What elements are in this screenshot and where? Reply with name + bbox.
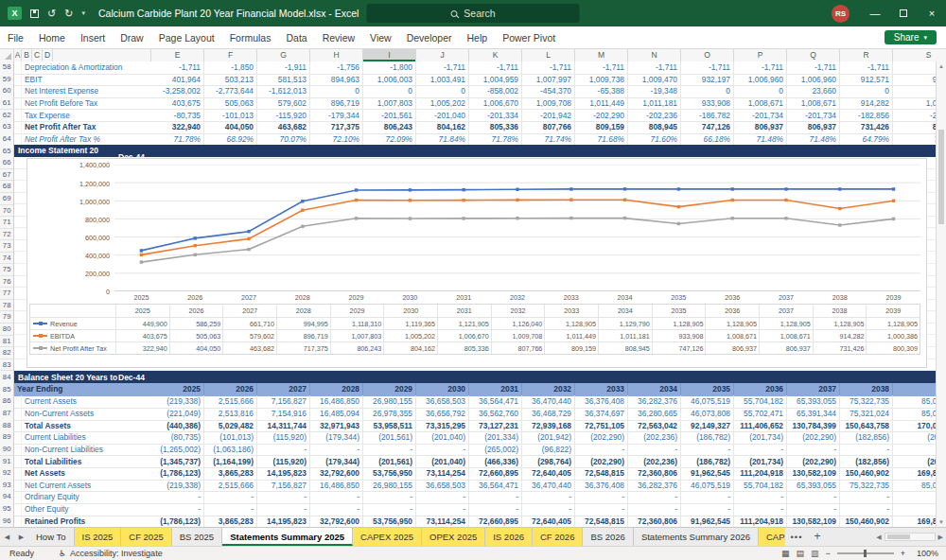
cell[interactable]: (201,334) [469,431,522,445]
cell[interactable]: 0 [310,85,363,98]
cell[interactable]: 75,321,024 [840,408,893,421]
row-header-89[interactable]: 89 [0,431,14,445]
cell[interactable]: -65,388 [575,85,628,98]
cell[interactable]: -1,850 [204,61,257,75]
hscroll-left-icon[interactable]: ◀ [876,534,881,541]
cell[interactable]: 747,126 [681,121,734,134]
cell[interactable]: - [628,444,681,457]
cell[interactable]: 73,315,295 [416,420,469,433]
cell[interactable]: (219,338) [151,395,204,409]
row-header-67[interactable]: 67 [0,169,13,182]
cell[interactable]: 36,282,376 [628,395,681,409]
cell[interactable]: 1,006,960 [787,74,840,87]
cell[interactable]: (115,920) [257,431,310,445]
sheet-tab-cf-2025[interactable]: CF 2025 [121,528,171,546]
cell[interactable]: 92,149,327 [681,420,734,433]
cell[interactable]: 0 [416,85,469,98]
cell[interactable]: (202,236) [628,456,681,469]
cell[interactable]: 1,006,670 [469,97,522,111]
cell[interactable]: - [310,503,363,516]
column-header-p[interactable]: P [734,49,787,61]
cell[interactable]: -1,711 [522,61,575,75]
cell[interactable]: (440,386) [151,420,204,433]
row-header-71[interactable]: 71 [0,217,13,229]
row-header-81[interactable]: 81 [0,336,13,348]
sheet-tab-is-2026[interactable]: IS 2026 [485,528,533,546]
cell[interactable]: -1,800 [363,61,416,75]
cell[interactable]: - [840,444,893,457]
row-header-80[interactable]: 80 [0,324,13,336]
cell[interactable]: - [416,491,469,504]
column-header-r[interactable]: R [840,49,893,61]
cell[interactable]: 14,195,823 [257,467,310,481]
cell[interactable]: 1,011,449 [575,97,628,111]
cell[interactable]: - [681,503,734,516]
cell[interactable]: 16,485,094 [310,408,363,421]
cell[interactable]: 16,486,850 [310,480,363,493]
cell[interactable]: -2,773,644 [204,85,257,98]
zoom-in-icon[interactable]: + [901,549,905,558]
cell[interactable]: - [416,444,469,457]
cell[interactable]: (219,338) [151,480,204,493]
ribbon-tab-data[interactable]: Data [278,26,314,49]
cell[interactable]: -101,013 [204,110,257,123]
cell[interactable]: 36,470,440 [522,480,575,493]
cell[interactable]: 1,006,960 [734,74,787,87]
cell[interactable]: 36,656,792 [416,408,469,421]
cell[interactable]: 150,460,902 [840,516,893,527]
cell[interactable]: 804,162 [416,121,469,134]
cell[interactable]: 73,127,231 [469,420,522,433]
sheet-tab-capex-2025[interactable]: CAPEX 2025 [353,528,422,546]
cell[interactable]: 809,159 [575,121,628,134]
ribbon-tab-insert[interactable]: Insert [73,26,113,49]
cell[interactable]: 64.79% [840,133,893,147]
redo-icon[interactable]: ↻ [64,9,73,19]
cell[interactable]: (1,345,737) [151,456,204,469]
cell[interactable]: 1,008,671 [787,97,840,111]
cell[interactable]: 72,640,405 [522,516,575,527]
cell[interactable]: -1,612,013 [257,85,310,98]
cell[interactable]: (1,265,002) [151,444,204,457]
cell[interactable]: 894,963 [310,74,363,87]
cell[interactable]: (202,290) [787,431,840,445]
cell[interactable]: 403,675 [151,97,204,111]
column-header-q[interactable]: Q [787,49,840,61]
cell[interactable]: (202,236) [628,431,681,445]
cell[interactable]: (1,786,123) [151,467,204,481]
cell[interactable]: 505,063 [204,97,257,111]
row-header-77[interactable]: 77 [0,288,13,300]
row-header-59[interactable]: 59 [0,74,14,87]
sheet-tab-statements-summary-2025[interactable]: Statements Summary 2025 [222,528,353,546]
cell[interactable]: 72,563,042 [628,420,681,433]
cell[interactable]: - [522,491,575,504]
cell[interactable]: - [787,503,840,516]
cell[interactable]: 72,360,806 [628,516,681,527]
cell[interactable]: 2,515,666 [204,395,257,409]
add-sheet-button[interactable]: + [808,528,827,546]
cell[interactable]: -186,782 [681,110,734,123]
cell[interactable]: - [787,491,840,504]
cell[interactable]: 111,406,652 [734,420,787,433]
cell[interactable]: 3,865,283 [204,516,257,527]
cell[interactable]: 91,962,545 [681,467,734,481]
cell[interactable]: (186,782) [681,431,734,445]
cell[interactable]: 0 [840,85,893,98]
zoom-out-icon[interactable]: − [825,549,830,558]
cell[interactable]: 72,548,815 [575,467,628,481]
cell[interactable]: 72.10% [310,133,363,147]
row-header-87[interactable]: 87 [0,408,14,421]
cell[interactable]: 807,766 [522,121,575,134]
horizontal-scrollbar[interactable]: ◀ ▶ [876,528,946,546]
column-header-a[interactable]: A [14,49,22,61]
cell[interactable]: -1,711 [681,61,734,75]
row-header-73[interactable]: 73 [0,240,13,253]
hscroll-right-icon[interactable]: ▶ [938,534,943,541]
cell[interactable]: (298,764) [522,456,575,469]
cell[interactable]: 55,702,471 [734,408,787,421]
zoom-level[interactable]: 100% [912,549,938,558]
row-header-95[interactable]: 95 [0,503,14,516]
row-header-69[interactable]: 69 [0,193,13,205]
cell[interactable]: - [151,503,204,516]
cell[interactable]: - [575,444,628,457]
row-header-60[interactable]: 60 [0,85,14,98]
